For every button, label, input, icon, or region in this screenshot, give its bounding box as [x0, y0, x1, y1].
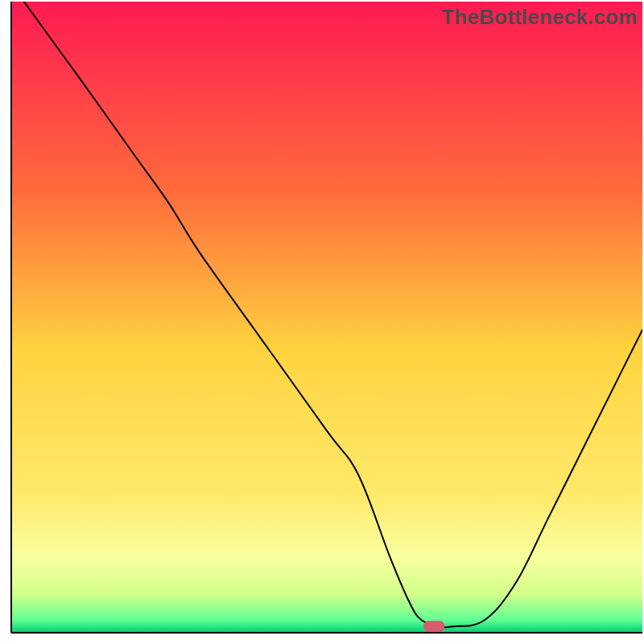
gradient-background: [11, 2, 642, 633]
optimal-point-marker: [423, 621, 444, 632]
chart-svg: [0, 0, 644, 644]
bottleneck-chart: TheBottleneck.com: [0, 0, 644, 644]
